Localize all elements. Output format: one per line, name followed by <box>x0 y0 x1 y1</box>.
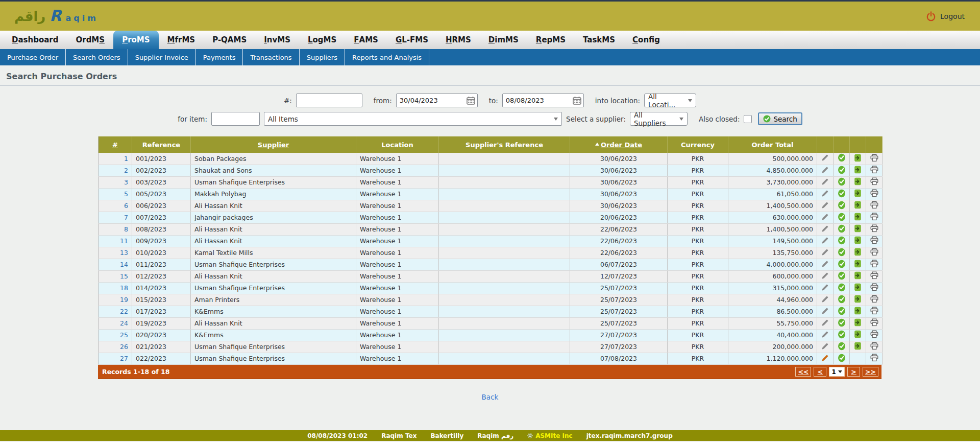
approved-icon[interactable] <box>838 295 846 304</box>
approved-icon[interactable] <box>838 189 846 198</box>
order-number-link[interactable]: 11 <box>120 237 128 245</box>
edit-icon[interactable] <box>821 284 829 291</box>
tab-hrms[interactable]: HRMS <box>437 31 480 49</box>
order-number-link[interactable]: 19 <box>120 296 128 304</box>
to-date-input[interactable] <box>502 94 584 107</box>
tab-mfrms[interactable]: MfrMS <box>159 31 204 49</box>
edit-icon[interactable] <box>821 154 829 161</box>
next-page-button[interactable]: > <box>847 367 860 377</box>
calendar-icon[interactable] <box>573 96 581 107</box>
tab-gl-fms[interactable]: GL-FMS <box>387 31 437 49</box>
page-select[interactable]: 1 <box>829 367 845 377</box>
edit-icon[interactable] <box>821 237 829 244</box>
back-link[interactable]: Back <box>482 393 499 401</box>
edit-icon[interactable] <box>821 166 829 174</box>
approved-icon[interactable] <box>838 224 846 233</box>
order-number-link[interactable]: 25 <box>120 331 128 339</box>
edit-icon[interactable] <box>821 248 829 256</box>
first-page-button[interactable]: << <box>795 367 811 377</box>
edit-icon[interactable] <box>821 201 829 209</box>
edit-icon[interactable] <box>821 272 829 280</box>
approved-icon[interactable] <box>838 201 846 210</box>
order-number-link[interactable]: 24 <box>120 319 128 327</box>
edit-icon[interactable] <box>821 342 829 350</box>
from-date-input[interactable] <box>396 94 478 107</box>
approved-icon[interactable] <box>838 354 846 362</box>
status-vendor[interactable]: ASMIte Inc <box>535 432 573 439</box>
receive-icon[interactable] <box>854 318 862 327</box>
print-icon[interactable] <box>870 224 878 232</box>
also-closed-checkbox[interactable] <box>744 115 752 123</box>
order-number-link[interactable]: 3 <box>124 178 128 186</box>
receive-icon[interactable] <box>854 224 862 232</box>
print-icon[interactable] <box>870 295 878 303</box>
tab-dashboard[interactable]: Dashboard <box>3 31 67 49</box>
subnav-item-purchase-order[interactable]: Purchase Order <box>0 49 66 65</box>
print-icon[interactable] <box>870 354 878 362</box>
tab-dimms[interactable]: DimMS <box>480 31 527 49</box>
location-select[interactable]: All Locati... <box>644 94 696 107</box>
supplier-select[interactable]: All Suppliers <box>630 112 688 126</box>
print-icon[interactable] <box>870 177 878 185</box>
subnav-item-supplier-invoice[interactable]: Supplier Invoice <box>128 49 196 65</box>
order-number-link[interactable]: 1 <box>124 155 128 162</box>
print-icon[interactable] <box>870 330 878 338</box>
print-icon[interactable] <box>870 189 878 197</box>
order-number-link[interactable]: 18 <box>120 284 128 292</box>
edit-icon[interactable] <box>821 190 829 197</box>
approved-icon[interactable] <box>838 236 846 245</box>
column-header-[interactable]: # <box>99 136 132 153</box>
print-icon[interactable] <box>870 318 878 327</box>
subnav-item-payments[interactable]: Payments <box>196 49 243 65</box>
subnav-item-reports-and-analysis[interactable]: Reports and Analysis <box>345 49 429 65</box>
approved-icon[interactable] <box>838 342 846 351</box>
subnav-item-suppliers[interactable]: Suppliers <box>300 49 345 65</box>
tab-config[interactable]: Config <box>624 31 669 49</box>
tab-repms[interactable]: RepMS <box>527 31 574 49</box>
approved-icon[interactable] <box>838 177 846 186</box>
approved-icon[interactable] <box>838 271 846 280</box>
receive-icon[interactable] <box>854 330 862 338</box>
approved-icon[interactable] <box>838 166 846 174</box>
approved-icon[interactable] <box>838 318 846 327</box>
receive-icon[interactable] <box>854 342 862 350</box>
approved-icon[interactable] <box>838 213 846 221</box>
order-number-link[interactable]: 2 <box>124 167 128 174</box>
tab-proms[interactable]: ProMS <box>113 31 158 49</box>
receive-icon[interactable] <box>854 201 862 209</box>
order-number-link[interactable]: 15 <box>120 272 128 280</box>
order-number-link[interactable]: 26 <box>120 343 128 351</box>
last-page-button[interactable]: >> <box>863 367 878 377</box>
print-icon[interactable] <box>870 248 878 256</box>
edit-icon[interactable] <box>821 307 829 315</box>
print-icon[interactable] <box>870 154 878 162</box>
receive-icon[interactable] <box>854 283 862 291</box>
tab-fams[interactable]: FAMS <box>345 31 387 49</box>
receive-icon[interactable] <box>854 177 862 185</box>
edit-icon[interactable] <box>821 178 829 185</box>
tab-p-qams[interactable]: P-QAMS <box>204 31 255 49</box>
edit-icon[interactable] <box>821 319 829 327</box>
item-code-input[interactable] <box>211 112 260 126</box>
tab-ordms[interactable]: OrdMS <box>67 31 113 49</box>
receive-icon[interactable] <box>854 236 862 244</box>
order-number-link[interactable]: 27 <box>120 355 128 362</box>
print-icon[interactable] <box>870 213 878 221</box>
order-number-input[interactable] <box>296 94 362 107</box>
receive-icon[interactable] <box>854 189 862 197</box>
calendar-icon[interactable] <box>467 96 475 107</box>
edit-icon[interactable] <box>821 213 829 221</box>
print-icon[interactable] <box>870 271 878 280</box>
edit-icon[interactable] <box>821 295 829 303</box>
order-number-link[interactable]: 14 <box>120 261 128 268</box>
order-number-link[interactable]: 22 <box>120 308 128 315</box>
item-select[interactable]: All Items <box>264 112 562 126</box>
approved-icon[interactable] <box>838 330 846 339</box>
print-icon[interactable] <box>870 236 878 244</box>
tab-taskms[interactable]: TaskMS <box>574 31 624 49</box>
receive-icon[interactable] <box>854 260 862 268</box>
tab-invms[interactable]: InvMS <box>255 31 299 49</box>
order-number-link[interactable]: 5 <box>124 190 128 198</box>
column-header-order-date[interactable]: Order Date <box>570 136 668 153</box>
logout-button[interactable]: Logout <box>926 11 965 21</box>
